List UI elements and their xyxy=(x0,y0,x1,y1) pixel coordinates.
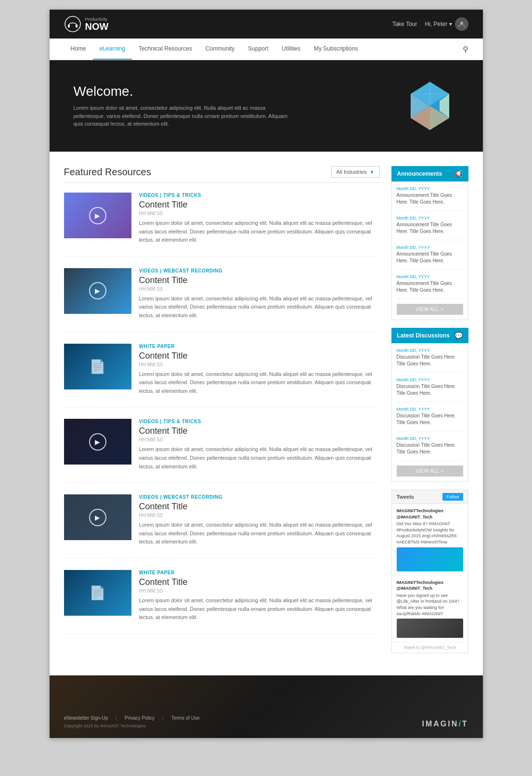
user-avatar[interactable] xyxy=(455,17,468,31)
announcements-body: Month DD, YYYY Announcement Title Goes H… xyxy=(391,181,468,320)
resource-thumbnail[interactable]: 📄 xyxy=(64,344,131,389)
announcements-view-all-button[interactable]: VIEW ALL > xyxy=(397,304,463,315)
nav-item-subscriptions[interactable]: My Subscriptions xyxy=(307,39,364,60)
announcement-item: Month DD, YYYY Announcement Title Goes H… xyxy=(397,274,463,299)
resource-title[interactable]: Content Title xyxy=(139,577,380,587)
document-icon: 📄 xyxy=(89,359,106,375)
left-column: Featured Resources All Industries ▼ ▶ VI… xyxy=(64,166,391,661)
nav-item-support[interactable]: Support xyxy=(241,39,275,60)
discussions-view-all-button[interactable]: VIEW ALL > xyxy=(397,466,463,477)
nav-item-utilities[interactable]: Utilities xyxy=(275,39,307,60)
document-icon: 📄 xyxy=(89,585,106,601)
tweet-item: IMAGINiTTechnologies @IMAGINiT_Tech Have… xyxy=(392,576,468,643)
discussion-title[interactable]: Discussion Title Goes Here. Title Goes H… xyxy=(397,413,463,426)
header: Productivity NOW Take Tour Hi, Peter ▾ xyxy=(50,10,483,39)
resource-title[interactable]: Content Title xyxy=(139,426,380,436)
tweet-image xyxy=(397,619,463,638)
resource-thumbnail[interactable]: ▶ xyxy=(64,193,131,238)
nav-item-elearning[interactable]: eLearning xyxy=(93,39,132,60)
announcement-title[interactable]: Announcement Title Goes Here. Title Goes… xyxy=(397,280,463,294)
nav-item-technical[interactable]: Technical Resources xyxy=(132,39,199,60)
discussion-title[interactable]: Discussion Title Goes Here. Title Goes H… xyxy=(397,383,463,397)
resource-tags: VIDEOS | WEBCAST RECORDING xyxy=(139,268,380,273)
resource-info: VIDEOS | TIPS & TRICKS Content Title HH:… xyxy=(139,193,380,245)
right-column: Announcements 📢 Month DD, YYYY Announcem… xyxy=(391,166,468,661)
discussion-item: Month DD, YYYY Discussion Title Goes Her… xyxy=(397,348,463,373)
resource-desc: Lorem ipsum dolor sit amet, consectetur … xyxy=(139,295,380,320)
discussion-item: Month DD, YYYY Discussion Title Goes Her… xyxy=(397,377,463,402)
resource-time: HH:MM:SS xyxy=(139,362,380,367)
resource-title[interactable]: Content Title xyxy=(139,275,380,285)
discussion-title[interactable]: Discussion Title Goes Here. Title Goes H… xyxy=(397,354,463,367)
hero-graphic xyxy=(401,79,459,132)
discussion-date: Month DD, YYYY xyxy=(397,436,463,441)
tweet-user: IMAGINiTTechnologies @IMAGINiT_Tech xyxy=(397,580,463,592)
resource-desc: Lorem ipsum dolor sit amet, consectetur … xyxy=(139,370,380,396)
nav-links: Home eLearning Technical Resources Commu… xyxy=(64,39,365,60)
footer-brand-text: IMAGINiT xyxy=(422,720,468,728)
resource-thumbnail[interactable]: ▶ xyxy=(64,494,131,540)
resource-time: HH:MM:SS xyxy=(139,286,380,292)
resource-thumbnail[interactable]: 📄 xyxy=(64,570,131,616)
resource-item: 📄 WHITE PAPER Content Title HH:MM:SS Lor… xyxy=(64,570,380,634)
footer-brand: IMAGINiT xyxy=(422,720,468,728)
announcements-widget: Announcements 📢 Month DD, YYYY Announcem… xyxy=(391,166,468,320)
tweet-text: Have you signed up to see @Life_After in… xyxy=(397,593,463,617)
svg-rect-2 xyxy=(76,25,78,27)
chevron-down-icon: ▼ xyxy=(370,169,375,175)
take-tour-link[interactable]: Take Tour xyxy=(392,21,417,27)
industry-filter-dropdown[interactable]: All Industries ▼ xyxy=(331,166,380,178)
announcement-date: Month DD, YYYY xyxy=(397,216,463,220)
discussion-title[interactable]: Discussion Title Goes Here. Title Goes H… xyxy=(397,442,463,455)
resource-info: VIDEOS | TIPS & TRICKS Content Title HH:… xyxy=(139,419,380,471)
resource-time: HH:MM:SS xyxy=(139,513,380,518)
resource-item: ▶ VIDEOS | WEBCAST RECORDING Content Tit… xyxy=(64,494,380,558)
discussions-body: Month DD, YYYY Discussion Title Goes Her… xyxy=(391,343,468,482)
resource-item: ▶ VIDEOS | WEBCAST RECORDING Content Tit… xyxy=(64,268,380,332)
resource-tags: VIDEOS | TIPS & TRICKS xyxy=(139,419,380,424)
svg-point-0 xyxy=(65,16,80,32)
tweet-text: Did You Miss It? #IMAGINiT #Productivity… xyxy=(397,521,463,545)
announcement-title[interactable]: Announcement Title Goes Here. Title Goes… xyxy=(397,251,463,264)
footer-background xyxy=(50,675,483,738)
hero-banner: Welcome. Lorem ipsum dolor sit amet, con… xyxy=(50,60,483,152)
tweet-user: IMAGINiTTechnologies @IMAGINiT_Tech xyxy=(397,508,463,520)
resource-title[interactable]: Content Title xyxy=(139,200,380,210)
chat-icon: 💬 xyxy=(454,332,463,339)
play-icon: ▶ xyxy=(89,207,106,224)
header-right: Take Tour Hi, Peter ▾ xyxy=(392,17,468,31)
discussion-item: Month DD, YYYY Discussion Title Goes Her… xyxy=(397,407,463,431)
nav-item-home[interactable]: Home xyxy=(64,39,93,60)
announcement-item: Month DD, YYYY Announcement Title Goes H… xyxy=(397,245,463,270)
search-icon[interactable]: ⚲ xyxy=(463,45,468,54)
hero-title: Welcome. xyxy=(74,84,290,99)
resource-desc: Lorem ipsum dolor sit amet, consectetur … xyxy=(139,596,380,622)
resource-tags: WHITE PAPER xyxy=(139,570,380,575)
footer-divider: | xyxy=(116,715,117,721)
resource-thumbnail[interactable]: ▶ xyxy=(64,419,131,465)
discussion-date: Month DD, YYYY xyxy=(397,407,463,412)
hi-user-label[interactable]: Hi, Peter ▾ xyxy=(425,21,452,27)
follow-button[interactable]: Follow xyxy=(442,493,463,501)
footer-newsletter-link[interactable]: eNewsletter Sign-Up xyxy=(64,715,108,721)
resource-thumbnail[interactable]: ▶ xyxy=(64,268,131,314)
announcement-title[interactable]: Announcement Title Goes Here. Title Goes… xyxy=(397,221,463,235)
resource-tags: VIDEOS | TIPS & TRICKS xyxy=(139,193,380,198)
tweets-label: Tweets xyxy=(397,494,414,500)
tweets-header: Tweets Follow xyxy=(392,490,468,504)
resource-info: VIDEOS | WEBCAST RECORDING Content Title… xyxy=(139,494,380,546)
logo-text: Productivity NOW xyxy=(85,17,109,32)
resource-title[interactable]: Content Title xyxy=(139,351,380,361)
footer-privacy-link[interactable]: Privacy Policy xyxy=(125,715,155,721)
announcement-title[interactable]: Announcement Title Goes Here. Title Goes… xyxy=(397,192,463,206)
tweet-footer: Tweet to @IMAGINiT_Tech xyxy=(392,642,468,653)
play-icon: ▶ xyxy=(89,509,106,526)
resource-desc: Lorem ipsum dolor sit amet, consectetur … xyxy=(139,219,380,245)
main-content: Featured Resources All Industries ▼ ▶ VI… xyxy=(50,152,483,675)
nav-item-community[interactable]: Community xyxy=(199,39,242,60)
resource-info: WHITE PAPER Content Title HH:MM:SS Lorem… xyxy=(139,570,380,622)
announcement-date: Month DD, YYYY xyxy=(397,274,463,279)
announcement-item: Month DD, YYYY Announcement Title Goes H… xyxy=(397,216,463,240)
resource-title[interactable]: Content Title xyxy=(139,502,380,512)
footer-terms-link[interactable]: Terms of Use xyxy=(171,715,200,721)
